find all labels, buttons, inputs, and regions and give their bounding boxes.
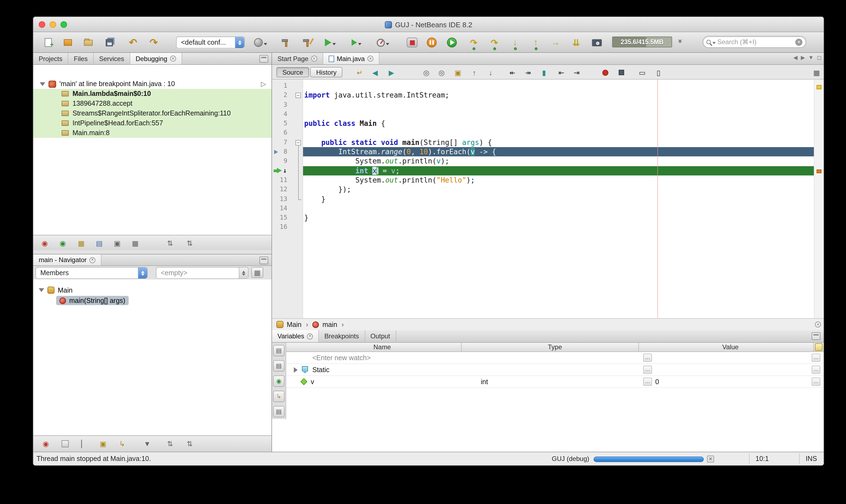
source-view-button[interactable]: Source [276,67,309,77]
collapse-all-button[interactable]: ▼ [141,438,153,449]
navigator-mode-button[interactable]: ▦ [251,267,263,278]
history-view-button[interactable]: History [310,67,342,77]
show-static-button[interactable]: ▏ [78,438,90,449]
lock-view-button[interactable]: ▣ [111,237,123,249]
line-number[interactable]: 15 [272,213,295,222]
tab-files[interactable]: Files [68,53,94,64]
snapshot-button[interactable] [590,36,604,49]
current-line-mark-icon[interactable] [816,169,822,173]
fold-column[interactable] [295,119,303,128]
redo-button[interactable]: ↷ [147,36,161,49]
variables-table-header[interactable]: Name Type Value [286,343,824,352]
stack-frame[interactable]: Main.main:8 [33,128,271,138]
clean-build-button[interactable] [300,36,314,49]
breadcrumb-class[interactable]: Main [287,321,301,328]
scroll-tabs-right-icon[interactable]: ▶ [801,54,805,60]
step-into-button[interactable]: ↓ [508,36,522,49]
combo-stepper-icon[interactable] [138,268,147,278]
new-file-button[interactable]: + [41,36,55,49]
columns-button[interactable]: ▦ [129,237,141,249]
line-number[interactable]: 1 [272,81,295,91]
code-line-15[interactable]: 15} [272,213,814,222]
close-breadcrumb-icon[interactable]: ✕ [815,322,821,327]
code-line-11[interactable]: 11 System.out.println("Hello"); [272,176,814,185]
code-line-10[interactable]: int x = v;↓ [272,166,814,176]
previous-occurrence-button[interactable]: ↑ [468,67,480,78]
edit-cell-button[interactable]: … [643,378,652,386]
uncomment-button[interactable]: ▯ [652,67,665,78]
tab-list-icon[interactable]: ▼ [808,54,814,60]
fold-column[interactable] [295,147,303,157]
table-settings-icon[interactable] [815,343,823,351]
fold-column[interactable] [295,194,303,204]
play-outline-icon[interactable]: ▷ [261,80,266,88]
shift-right-button[interactable]: ⇥ [571,67,583,78]
macro-record-button[interactable] [599,67,611,78]
edit-cell-button[interactable]: … [812,354,821,362]
breadcrumb-method[interactable]: main [322,321,337,328]
callstack-button[interactable]: ▦ [75,237,87,249]
scroll-tabs-left-icon[interactable]: ◀ [793,54,797,60]
show-fields-button[interactable] [59,438,71,449]
debug-progress-bar[interactable] [594,456,704,462]
titlebar[interactable]: GUJ - NetBeans IDE 8.2 [33,17,824,32]
code-line-1[interactable]: 1 [272,81,814,91]
new-project-button[interactable] [60,36,75,49]
search-input[interactable] [717,38,795,46]
expand-icon[interactable] [294,367,298,373]
error-stripe[interactable] [814,79,824,318]
step-over-expression-button[interactable]: ↷ [487,36,501,49]
collapse-icon[interactable] [40,82,45,86]
code-editor[interactable]: 12−import java.util.stream.IntStream;345… [272,79,824,318]
variable-row[interactable]: v int … 0 … [286,376,824,388]
forward-button[interactable]: ▶ [385,67,398,78]
class-node[interactable]: Main [33,285,271,295]
show-inherited-button[interactable]: ◉ [40,438,52,449]
show-types-button[interactable]: ◉ [273,375,284,387]
fold-column[interactable] [295,166,303,176]
toggle-bookmark-button[interactable]: ▮ [538,67,550,78]
fold-column[interactable] [295,109,303,119]
step-out-button[interactable]: ↑ [529,36,543,49]
tab-breakpoints[interactable]: Breakpoints [319,330,365,342]
show-history-button[interactable]: ↳ [273,391,284,402]
profile-button[interactable] [375,36,390,49]
panel-float-button[interactable] [260,55,268,62]
tab-debugging[interactable]: Debugging ✕ [130,53,182,64]
code-line-9[interactable]: 9 System.out.println(v); [272,157,814,166]
comment-button[interactable]: ▭ [636,67,648,78]
toggle-highlight-button[interactable]: ▣ [452,67,464,78]
code-line-3[interactable]: 3 [272,100,814,109]
static-row[interactable]: Static … … [286,364,824,376]
selected-member[interactable]: main(String[] args) [56,296,129,305]
stack-frame[interactable]: IntPipeline$Head.forEach:557 [33,118,271,128]
undo-button[interactable]: ↶ [126,36,140,49]
line-number[interactable]: 14 [272,204,295,213]
code-line-13[interactable]: 13 } [272,194,814,204]
find-selection-button[interactable]: ◎ [436,67,447,78]
code-line-4[interactable]: 4 [272,109,814,119]
open-project-button[interactable] [81,36,95,49]
code-line-16[interactable]: 16 [272,222,814,232]
fold-column[interactable] [295,81,303,91]
find-button[interactable]: ◎ [420,67,432,78]
fold-toggle-icon[interactable]: − [296,93,301,98]
tab-variables[interactable]: Variables ✕ [272,330,319,342]
line-number[interactable]: 12 [272,185,295,195]
code-line-2[interactable]: 2−import java.util.stream.IntStream; [272,91,814,100]
config-combobox[interactable]: <default conf... [176,36,245,49]
fold-column[interactable]: − [295,138,303,147]
show-results-button[interactable]: ▤ [273,406,284,417]
sources-button[interactable]: ▤ [93,237,105,249]
code-line-12[interactable]: 12 }); [272,185,814,195]
close-tab-icon[interactable]: ✕ [307,333,313,339]
column-type[interactable]: Type [548,343,562,351]
fold-toggle-icon[interactable]: − [296,140,301,145]
macro-stop-button[interactable] [615,67,628,78]
next-occurrence-button[interactable]: ↓ [484,67,497,78]
tab-projects[interactable]: Projects [33,53,68,64]
sessions-button[interactable]: ◉ [39,237,51,249]
back-button[interactable]: ◀ [369,67,381,78]
sort-ascending-button[interactable]: ⇅ [164,237,176,249]
panel-float-button[interactable] [260,257,268,264]
